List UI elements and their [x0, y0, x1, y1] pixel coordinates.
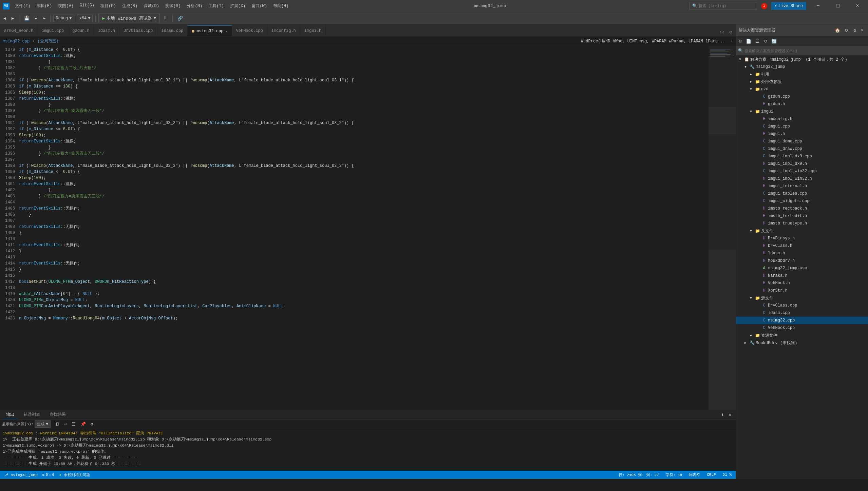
status-char[interactable]: 字符: 18 — [664, 472, 683, 478]
menu-build[interactable]: 生成(B) — [119, 2, 140, 10]
tab-ldasm-cpp[interactable]: ldasm.cpp — [157, 25, 188, 36]
tb-forward[interactable]: ▶ — [10, 14, 16, 22]
tree-item-gzdun-h[interactable]: ▶ H gzdun.h — [736, 100, 868, 108]
tree-item-ldasm-h-tree[interactable]: ▶ H ldasm.h — [736, 250, 868, 257]
tb-save[interactable]: 💾 — [22, 14, 32, 22]
tb-attach[interactable]: 🔗 — [175, 14, 185, 22]
restore-button[interactable]: □ — [830, 0, 846, 12]
run-button[interactable]: ▶ 本地 Windows 调试器 ▼ — [98, 14, 160, 23]
tab-ldasm-h[interactable]: ldasm.h — [94, 25, 119, 36]
liveshare-button[interactable]: ⚡ Live Share — [771, 2, 806, 10]
tree-item-project[interactable]: ▼ 🔧 msimg32_jump — [736, 63, 868, 71]
tree-item-imgui-tables[interactable]: ▶ C imgui_tables.cpp — [736, 190, 868, 197]
git-branch-status[interactable]: ⎇ msimg32_jump — [3, 472, 39, 478]
tb-undo[interactable]: ↩ — [33, 14, 40, 22]
tree-item-xorstr-h[interactable]: ▶ H XorStr.h — [736, 287, 868, 294]
menu-help[interactable]: 帮助(H) — [270, 2, 291, 10]
output-settings-btn[interactable]: ⚙ — [89, 420, 95, 428]
menu-edit[interactable]: 编辑(E) — [34, 2, 55, 10]
panel-collapse-btn[interactable]: ⬆ — [719, 411, 725, 418]
tree-item-naraka-h[interactable]: ▶ H Naraka.h — [736, 272, 868, 279]
tree-item-headers[interactable]: ▼ 📁 头文件 — [736, 227, 868, 235]
tab-imgui-h[interactable]: imgui.h — [300, 25, 326, 36]
tree-item-gzdun-cpp[interactable]: ▶ C gzdun.cpp — [736, 93, 868, 100]
tree-item-imconfig-h[interactable]: ▶ H imconfig.h — [736, 115, 868, 123]
config-dropdown[interactable]: Debug ▼ — [53, 15, 74, 22]
tree-item-imstb-truetype[interactable]: ▶ H imstb_truetype.h — [736, 220, 868, 227]
tree-item-resources[interactable]: ▶ 📁 资源文件 — [736, 332, 868, 339]
tree-item-drvclass-h[interactable]: ▶ H DrvClass.h — [736, 242, 868, 250]
panel-tab-output[interactable]: 输出 — [3, 410, 18, 419]
close-button[interactable]: × — [850, 0, 865, 12]
search-box[interactable]: 🔍 搜索 (Ctrl+Q) — [689, 2, 757, 10]
tree-item-sources[interactable]: ▼ 📁 源文件 — [736, 294, 868, 302]
menu-window[interactable]: 窗口(W) — [249, 2, 270, 10]
tree-item-drvclass-cpp[interactable]: ▶ C DrvClass.cpp — [736, 302, 868, 309]
notification-badge[interactable]: 1 — [761, 3, 767, 9]
tab-msimg32[interactable]: msimg32.cpp ✕ — [188, 25, 232, 36]
tree-item-imgui-cpp[interactable]: ▶ C imgui.cpp — [736, 123, 868, 130]
tb-redo[interactable]: ↪ — [41, 14, 48, 22]
output-clear-btn[interactable]: 🗑 — [53, 420, 61, 428]
se-show-files[interactable]: 📄 — [744, 38, 753, 45]
status-info[interactable]: ● 未找到相关问题 — [58, 472, 91, 478]
tab-scroll-left[interactable]: ‹‹ — [717, 28, 727, 36]
breadcrumb-filename[interactable]: msimg32.cpp — [3, 39, 30, 44]
se-pending-changes[interactable]: ⟲ — [762, 38, 769, 45]
tree-item-imgui-impl-win32-cpp[interactable]: ▶ C imgui_impl_win32.cpp — [736, 168, 868, 175]
menu-project[interactable]: 项目(P) — [98, 2, 119, 10]
tab-arm64[interactable]: arm64_neon.h — [0, 25, 38, 36]
menu-view[interactable]: 视图(V) — [55, 2, 76, 10]
tab-vehhook[interactable]: VehHook.cpp — [232, 25, 267, 36]
se-filter-btn[interactable]: ☰ — [754, 38, 761, 45]
tab-drvclass[interactable]: DrvClass.cpp — [119, 25, 157, 36]
tree-item-imgui-draw[interactable]: ▶ C imgui_draw.cpp — [736, 145, 868, 153]
output-filter-btn[interactable]: ☰ — [70, 420, 77, 428]
se-search-input[interactable] — [744, 49, 866, 53]
tree-item-imstb-rectpack[interactable]: ▶ H imstb_rectpack.h — [736, 205, 868, 212]
tab-scroll-right[interactable]: ⚙ — [728, 28, 734, 36]
tree-item-moukdbdrv-h[interactable]: ▶ H Moukdbdrv.h — [736, 257, 868, 264]
menu-git[interactable]: Git(G) — [77, 2, 97, 10]
error-count[interactable]: ⊗ 0 ⚠ 0 — [42, 473, 54, 477]
tb-back[interactable]: ◀ — [1, 14, 8, 22]
se-refresh-btn[interactable]: ⟳ — [843, 27, 850, 34]
se-close-btn[interactable]: × — [859, 27, 865, 34]
tree-item-msimg32-asm[interactable]: ▶ A msimg32_jump.asm — [736, 264, 868, 272]
panel-close-btn[interactable]: ✕ — [727, 411, 733, 418]
tree-item-extdeps[interactable]: ▶ 📁 外部依赖项 — [736, 78, 868, 85]
tree-item-moukdbdrv[interactable]: ▶ 🔧 MoukdBdrv (未找到) — [736, 339, 868, 347]
panel-tab-find[interactable]: 查找结果 — [46, 410, 69, 419]
tree-item-imgui[interactable]: ▼ 📁 imgui — [736, 108, 868, 115]
status-line-col[interactable]: 行: 2405 列: 列: 27 — [617, 472, 660, 478]
tree-item-imgui-internal[interactable]: ▶ H imgui_internal.h — [736, 182, 868, 190]
menu-test[interactable]: 测试(S) — [163, 2, 184, 10]
tab-imgui[interactable]: imgui.cpp — [38, 25, 68, 36]
se-settings-btn[interactable]: ⚙ — [852, 27, 858, 34]
tree-item-gzd[interactable]: ▼ 📁 gzd — [736, 85, 868, 93]
tree-item-msimg32-cpp[interactable]: ▶ C msimg32.cpp — [736, 317, 868, 324]
tree-item-vehhook-cpp[interactable]: ▶ C VehHook.cpp — [736, 324, 868, 332]
status-line-ending[interactable]: CRLF — [705, 472, 717, 477]
minimize-button[interactable]: − — [810, 0, 826, 12]
tree-item-imstb-textedit[interactable]: ▶ H imstb_textedit.h — [736, 212, 868, 220]
tree-item-vehhook-h[interactable]: ▶ H VehHook.h — [736, 279, 868, 287]
tb-pause[interactable]: ⏸ — [161, 14, 170, 22]
panel-tab-errors[interactable]: 错误列表 — [20, 410, 43, 419]
tree-item-imgui-widgets[interactable]: ▶ C imgui_widgets.cpp — [736, 197, 868, 205]
tree-item-imgui-impl-dx9-h[interactable]: ▶ H imgui_impl_dx9.h — [736, 160, 868, 168]
tab-imconfig[interactable]: imconfig.h — [267, 25, 300, 36]
se-collapse-all[interactable]: ⊟ — [737, 38, 743, 45]
menu-ext[interactable]: 扩展(X) — [227, 2, 248, 10]
tree-item-ldasm-cpp-tree[interactable]: ▶ C ldasm.cpp — [736, 309, 868, 317]
status-zoom[interactable]: 91 % — [721, 472, 733, 477]
breadcrumb-scope[interactable]: (全局范围) — [37, 38, 58, 44]
tree-item-refs[interactable]: ▶ 📁 引用 — [736, 71, 868, 78]
code-content[interactable]: if (m_Distance <= 0.0f) { return EventSk… — [18, 46, 709, 410]
se-sync-btn[interactable]: 🔄 — [770, 38, 778, 45]
menu-tools[interactable]: 工具(T) — [206, 2, 227, 10]
status-encoding[interactable]: 制表符 — [687, 472, 701, 478]
se-home-btn[interactable]: 🏠 — [833, 27, 842, 34]
editor-add-btn[interactable]: + — [731, 39, 733, 44]
minimap[interactable] — [709, 46, 736, 410]
